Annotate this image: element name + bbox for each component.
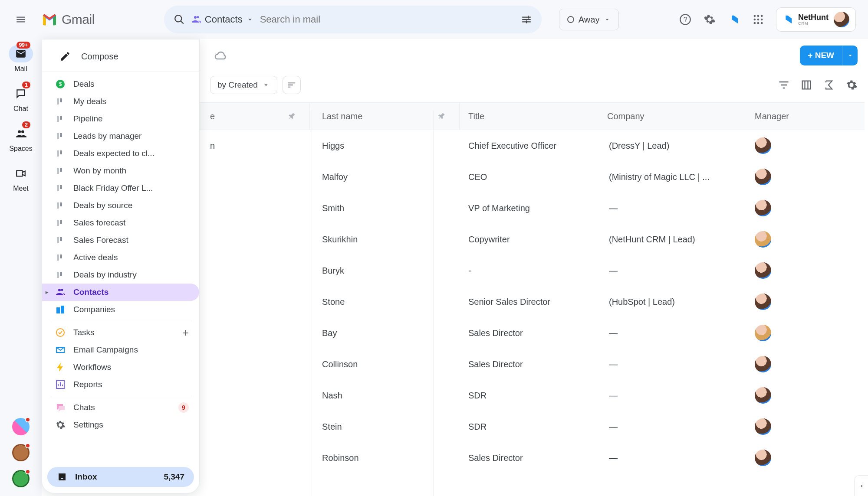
- search-scope-chip[interactable]: Contacts: [191, 14, 254, 25]
- sidebar-reports[interactable]: Reports: [42, 376, 199, 393]
- sidebar-inbox[interactable]: Inbox 5,347: [47, 467, 194, 487]
- nethunt-badge[interactable]: NetHunt CRM: [776, 7, 856, 32]
- expand-arrow-icon[interactable]: ▸: [46, 289, 48, 295]
- sidebar-deals-view[interactable]: Active deals: [42, 249, 199, 266]
- cell-last-name: Collinson: [310, 359, 460, 369]
- cell-manager: [755, 137, 868, 154]
- menu-toggle-icon[interactable]: [12, 11, 30, 28]
- rail-spaces[interactable]: 2 Spaces: [9, 125, 33, 153]
- rail-mail[interactable]: 99+ Mail: [9, 45, 33, 73]
- svg-rect-13: [57, 98, 59, 104]
- view-settings-icon[interactable]: [845, 79, 858, 91]
- rail-mail-label: Mail: [14, 65, 27, 73]
- sidebar-deals-view[interactable]: Deals by industry: [42, 266, 199, 284]
- sidebar-chats[interactable]: Chats 9: [42, 399, 199, 416]
- sidebar-deals-view[interactable]: Deals by source: [42, 197, 199, 214]
- manager-avatar[interactable]: [755, 200, 771, 216]
- apps-grid-icon[interactable]: [752, 13, 765, 26]
- sidebar-deals-view[interactable]: Won by month: [42, 162, 199, 179]
- svg-point-5: [754, 19, 756, 21]
- cell-manager: [755, 418, 868, 435]
- manager-avatar[interactable]: [755, 387, 771, 404]
- settings-gear-icon[interactable]: [703, 13, 716, 26]
- col-manager[interactable]: Manager: [755, 103, 868, 130]
- manager-avatar[interactable]: [755, 294, 771, 310]
- col-title[interactable]: Title: [460, 103, 607, 130]
- sidebar-companies[interactable]: Companies: [42, 301, 199, 318]
- pin-icon[interactable]: [438, 112, 446, 120]
- sidebar-deals-view[interactable]: Leads by manager: [42, 127, 199, 145]
- header-actions: ? NetHunt CRM: [679, 7, 856, 32]
- sidebar-email-campaigns[interactable]: Email Campaigns: [42, 341, 199, 359]
- new-button-label: + NEW: [808, 51, 834, 60]
- cell-company: —: [607, 422, 755, 432]
- pin-icon[interactable]: [289, 112, 296, 120]
- sidebar-tasks[interactable]: Tasks +: [42, 324, 199, 341]
- svg-rect-29: [57, 237, 59, 243]
- board-icon: [55, 166, 66, 176]
- inbox-count: 5,347: [164, 472, 184, 482]
- compose-button[interactable]: Compose: [42, 39, 199, 72]
- sidebar-contacts[interactable]: ▸ Contacts: [42, 284, 199, 301]
- svg-point-6: [757, 19, 760, 21]
- side-panel-toggle[interactable]: [854, 475, 868, 496]
- sidebar-deals-view[interactable]: Sales Forecast: [42, 232, 199, 249]
- manager-avatar[interactable]: [755, 262, 771, 279]
- cell-last-name: Bay: [310, 328, 460, 338]
- columns-icon[interactable]: [800, 79, 812, 91]
- sidebar-workflows[interactable]: Workflows: [42, 359, 199, 376]
- board-icon: [55, 114, 66, 124]
- manager-avatar[interactable]: [755, 450, 771, 466]
- sidebar-deals-view[interactable]: Sales forecast: [42, 214, 199, 232]
- filter-icon[interactable]: [778, 79, 790, 91]
- search-icon[interactable]: [174, 14, 185, 25]
- rail-meet[interactable]: Meet: [9, 165, 33, 193]
- deals-icon: $: [55, 79, 66, 89]
- rail-chat[interactable]: 1 Chat: [9, 85, 33, 113]
- help-icon[interactable]: ?: [679, 13, 692, 26]
- workflows-icon: [55, 362, 66, 372]
- col-company[interactable]: Company: [607, 103, 755, 130]
- rail-space-avatar-3[interactable]: [12, 470, 30, 487]
- sidebar-settings[interactable]: Settings: [42, 416, 199, 434]
- rail-mail-badge: 99+: [16, 42, 30, 49]
- search-bar[interactable]: Contacts: [164, 6, 542, 33]
- cell-company: (NetHunt CRM | Lead): [607, 235, 755, 245]
- cloud-sync-icon[interactable]: [214, 49, 227, 62]
- rail-space-avatar-2[interactable]: [12, 444, 30, 461]
- sigma-icon[interactable]: [823, 79, 835, 91]
- sort-direction-button[interactable]: [283, 76, 301, 94]
- email-campaigns-icon: [55, 345, 66, 355]
- col-first-name[interactable]: e: [210, 103, 310, 130]
- manager-avatar[interactable]: [755, 356, 771, 372]
- board-icon: [55, 235, 66, 245]
- sidebar-deals[interactable]: $ Deals: [42, 75, 199, 93]
- rail-space-avatar-1[interactable]: [12, 418, 30, 435]
- sidebar-deals-view[interactable]: Black Friday Offer L...: [42, 179, 199, 197]
- manager-avatar[interactable]: [755, 418, 771, 435]
- manager-avatar[interactable]: [755, 325, 771, 341]
- manager-avatar[interactable]: [755, 169, 771, 185]
- sidebar-deals-view[interactable]: My deals: [42, 93, 199, 110]
- sort-dropdown[interactable]: by Created: [210, 76, 277, 94]
- profile-avatar[interactable]: [833, 11, 850, 28]
- sidebar-deals-view[interactable]: Pipeline: [42, 110, 199, 127]
- manager-avatar[interactable]: [755, 137, 771, 154]
- search-input[interactable]: [260, 14, 515, 25]
- manager-avatar[interactable]: [755, 231, 771, 248]
- nethunt-icon[interactable]: [727, 13, 740, 26]
- col-last-name[interactable]: Last name: [310, 103, 460, 130]
- sidebar-deals-view[interactable]: Deals expected to cl...: [42, 145, 199, 162]
- svg-rect-33: [57, 272, 59, 278]
- new-button-dropdown[interactable]: [842, 46, 858, 65]
- board-icon: [55, 270, 66, 280]
- cell-title: Sales Director: [460, 359, 607, 369]
- add-task-icon[interactable]: +: [182, 326, 189, 339]
- contacts-icon: [55, 287, 66, 297]
- board-icon: [55, 96, 66, 107]
- gmail-logo[interactable]: Gmail: [41, 11, 95, 28]
- cell-title: Senior Sales Director: [460, 297, 607, 307]
- search-tune-icon[interactable]: [521, 14, 532, 25]
- new-record-button[interactable]: + NEW: [800, 46, 858, 65]
- presence-status[interactable]: Away: [559, 9, 619, 30]
